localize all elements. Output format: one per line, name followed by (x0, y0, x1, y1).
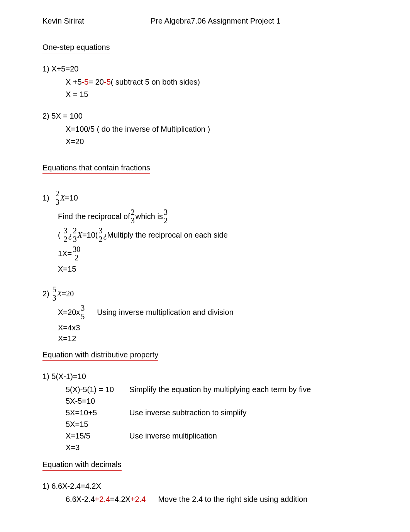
numerator: 3 (81, 304, 85, 312)
problem-1-1-step1: X +5 -5 = 20 -5 ( subtract 5 on both sid… (66, 76, 368, 87)
problem-2-2-step2: X=4x3 (58, 322, 368, 333)
explanation (129, 396, 326, 407)
problem-2-1-multiply: ( 3 2 ¿ 2 3 X =10( 3 2 ¿ Multiply the re… (58, 226, 368, 243)
variable: X (78, 229, 82, 240)
denominator: 2 (64, 235, 68, 243)
problem-2-2: 2) 5 3 X = 20 (42, 285, 368, 302)
numerator: 30 (73, 245, 80, 253)
explanation: Use inverse multiplication (129, 430, 326, 442)
explanation: Use inverse subtraction to simplify (129, 407, 326, 419)
section-heading-one-step: One-step equations (42, 42, 110, 53)
assignment-title: Pre Algebra7.06 Assignment Project 1 (151, 15, 281, 26)
text: Find the reciprocal of (58, 211, 130, 222)
text-red: +2.4 (95, 494, 110, 505)
step: X=3 (66, 442, 129, 454)
step: 5X=15 (66, 419, 129, 430)
fraction: 5 3 (53, 285, 56, 302)
text: which is (136, 211, 163, 222)
student-name: Kevin Sirirat (42, 15, 151, 26)
text-red: -5 (82, 76, 89, 87)
denominator: 5 (81, 312, 85, 321)
fraction: 2 3 (73, 226, 77, 243)
numerator: 5 (53, 285, 56, 294)
problem-1-1-step2: X = 15 (66, 89, 368, 100)
text-red: -5 (104, 76, 111, 87)
text: =4.2X (110, 494, 130, 505)
denominator: 3 (73, 235, 77, 243)
page-header: Kevin Sirirat Pre Algebra7.06 Assignment… (42, 15, 368, 26)
fraction: 3 2 (164, 208, 168, 225)
problem-1-1: 1) X+5=20 (42, 63, 368, 74)
numerator: 2 (73, 226, 77, 235)
problem-1-2: 2) 5X = 100 (42, 110, 368, 121)
denominator: 3 (56, 198, 59, 206)
explanation (129, 419, 326, 430)
problem-2-1: 1) 2 3 X =10 (42, 189, 368, 206)
text: 6.6X-2.4 (66, 494, 95, 505)
denominator: 2 (98, 235, 102, 243)
problem-3-1: 1) 5(X-1)=10 (42, 371, 368, 382)
problem-4-1-step1: 6.6X-2.4 +2.4 =4.2X +2.4 Move the 2.4 to… (66, 494, 368, 505)
problem-1-2-step2: X=20 (66, 136, 368, 147)
problem-2-1-reciprocal: Find the reciprocal of 2 3 which is 3 2 (58, 208, 368, 225)
placeholder-glyph: ¿ (68, 229, 72, 240)
numerator: 3 (164, 208, 168, 216)
explanation (129, 442, 326, 454)
denominator: 3 (131, 216, 135, 225)
denominator: 3 (53, 294, 56, 302)
text: X +5 (66, 76, 82, 87)
text: =10 (65, 192, 78, 203)
text: ( (58, 229, 61, 240)
problem-3-1-steps: 5(X)-5(1) = 10 Simplify the equation by … (66, 384, 326, 454)
text: 1X= (58, 248, 72, 259)
text: Using inverse multiplication and divisio… (97, 307, 234, 318)
step: 5X=10+5 (66, 407, 129, 419)
problem-2-1-1x: 1X= 30 2 (58, 245, 368, 262)
section-heading-decimals: Equation with decimals (42, 459, 122, 471)
fraction: 3 2 (64, 226, 68, 243)
placeholder-glyph: ¿ (103, 229, 107, 240)
fraction: 2 3 (131, 208, 135, 225)
explanation: Move the 2.4 to the right side using add… (158, 494, 307, 505)
numerator: 3 (98, 226, 102, 235)
numerator: 3 (64, 226, 68, 235)
label: 1) (42, 192, 49, 203)
value: 20 (66, 288, 74, 299)
problem-4-1: 1) 6.6X-2.4=4.2X (42, 481, 368, 491)
fraction: 2 3 (56, 189, 59, 206)
problem-2-1-answer: X=15 (58, 263, 368, 274)
problem-2-2-step1: X=20x 3 5 Using inverse multiplication a… (58, 304, 368, 321)
denominator: 2 (164, 216, 168, 225)
text: X=20x (58, 307, 80, 318)
text: ( subtract 5 on both sides) (111, 76, 200, 87)
fraction: 3 5 (81, 304, 85, 321)
denominator: 2 (73, 253, 80, 262)
fraction: 3 2 (98, 226, 102, 243)
section-heading-distributive: Equation with distributive property (42, 349, 158, 361)
variable: X (57, 288, 62, 299)
section-heading-fractions: Equations that contain fractions (42, 162, 150, 174)
equals: = (62, 288, 66, 299)
problem-1-2-step1: X=100/5 ( do the inverse of Multiplicati… (66, 124, 368, 134)
step: 5X-5=10 (66, 396, 129, 407)
step: 5(X)-5(1) = 10 (66, 384, 129, 396)
explanation: Simplify the equation by multiplying eac… (129, 384, 326, 396)
numerator: 2 (131, 208, 135, 216)
problem-2-2-answer: X=12 (58, 333, 368, 344)
step: X=15/5 (66, 430, 129, 442)
text: = 20 (89, 76, 104, 87)
numerator: 2 (56, 189, 59, 198)
text-red: +2.4 (130, 494, 146, 505)
label: 2) (42, 288, 49, 299)
variable: X (60, 192, 65, 203)
text: =10( (82, 229, 98, 240)
fraction: 30 2 (73, 245, 80, 262)
text: Multiply the reciprocal on each side (107, 229, 227, 240)
